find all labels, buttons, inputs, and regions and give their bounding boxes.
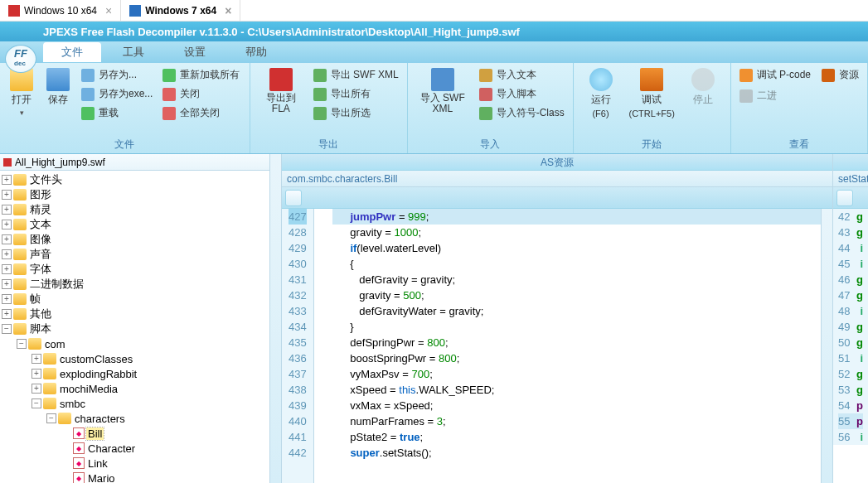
close-button[interactable]: 关闭 (159, 85, 243, 103)
pcode-tool-button[interactable] (836, 190, 853, 206)
ribbon-group-view: 查看 (736, 136, 862, 152)
export-swfxml-button[interactable]: 导出 SWF XML (310, 66, 402, 84)
import-text-button[interactable]: 导入文本 (476, 66, 568, 84)
close-icon[interactable]: × (105, 4, 112, 17)
vm-icon (8, 5, 20, 17)
vm-tabs: Windows 10 x64×Windows 7 x64× (0, 0, 868, 22)
tree-item[interactable]: +explodingRabbit (0, 366, 281, 381)
saveas-button[interactable]: 另存为... (78, 66, 156, 84)
code-toolbar (282, 187, 832, 209)
class-path-label: com.smbc.characters.Bill (282, 171, 832, 187)
folder-icon (13, 263, 27, 275)
debug-button[interactable]: 调试(CTRL+F5) (626, 66, 678, 136)
debug-pcode-button[interactable]: 调试 P-code 资源 (736, 66, 862, 84)
flash-icon (3, 158, 12, 167)
folder-icon (13, 323, 27, 335)
tree-item[interactable]: +帧 (0, 292, 281, 307)
export-fla-button[interactable]: 导出到FLA (255, 66, 307, 136)
tree-item[interactable]: +精灵 (0, 202, 281, 217)
export-sel-button[interactable]: 导出所选 (310, 104, 402, 122)
package-icon (43, 383, 56, 394)
tree-item[interactable]: +字体 (0, 262, 281, 277)
tree-item[interactable]: −脚本 (0, 321, 281, 336)
folder-icon (13, 174, 27, 186)
menu-tab[interactable]: 工具 (104, 42, 162, 62)
ribbon-group-start: 开始 (579, 136, 725, 152)
tree-item[interactable]: −smbc (0, 396, 281, 411)
code-scrollbar[interactable] (821, 209, 832, 483)
class-icon (73, 457, 85, 469)
vm-tab[interactable]: Windows 7 x64× (121, 0, 240, 21)
save-button[interactable]: 保存 (41, 66, 75, 136)
tree-root-label[interactable]: All_Hight_jump9.swf (15, 157, 105, 168)
package-icon (43, 368, 56, 379)
pcode-pane: setStats 42g43g44i45i46g47g48i49g50g51i5… (833, 154, 868, 483)
export-all-button[interactable]: 导出所有 (310, 85, 402, 103)
tree-item[interactable]: +其他 (0, 307, 281, 321)
method-name: setStats (833, 171, 868, 187)
tree-item[interactable]: +二进制数据 (0, 277, 281, 292)
as-resource-header: AS资源 (282, 154, 832, 171)
folder-icon (13, 249, 27, 260)
saveas-exe-button[interactable]: 另存为exe... (78, 85, 156, 103)
vm-tab[interactable]: Windows 10 x64× (0, 0, 121, 21)
import-symbol-button[interactable]: 导入符号-Class (476, 104, 568, 122)
tree-item[interactable]: +mochiMedia (0, 381, 281, 396)
import-swfxml-button[interactable]: 导入 SWF XML (413, 66, 473, 136)
package-icon (43, 398, 56, 409)
tree-item[interactable]: −com (0, 336, 281, 351)
class-icon (73, 472, 85, 483)
ribbon-group-export: 导出 (255, 136, 402, 152)
edit-button[interactable] (285, 190, 302, 206)
stop-button[interactable]: 停止 (686, 66, 720, 136)
close-icon[interactable]: × (225, 4, 231, 17)
run-button[interactable]: 运行(F6) (584, 66, 618, 136)
reloadall-button[interactable]: 重新加载所有 (159, 66, 243, 84)
menu-tab[interactable]: 帮助 (227, 42, 285, 62)
folder-icon (13, 308, 27, 320)
menu-tab[interactable]: 设置 (166, 42, 224, 62)
window-title: JPEXS Free Flash Decompiler v.11.3.0 - C… (5, 26, 520, 38)
folder-icon (13, 234, 27, 245)
tree-item[interactable]: −characters (0, 411, 281, 426)
content-area: All_Hight_jump9.swf +文件头+图形+精灵+文本+图像+声音+… (0, 154, 868, 483)
tree-pane: All_Hight_jump9.swf +文件头+图形+精灵+文本+图像+声音+… (0, 154, 282, 483)
open-button[interactable]: 打开▾ (5, 66, 38, 136)
tree-item[interactable]: +customClasses (0, 351, 281, 366)
import-script-button[interactable]: 导入脚本 (476, 85, 568, 103)
menu-tab[interactable]: 文件 (43, 42, 101, 62)
folder-icon (13, 189, 27, 200)
tree-item[interactable]: Link (0, 456, 281, 471)
tree-item[interactable]: Mario (0, 471, 281, 483)
pcode-gutter: 42g43g44i45i46g47g48i49g50g51i52g53g54p5… (833, 209, 868, 445)
tree-item[interactable]: +文本 (0, 217, 281, 232)
line-gutter: 4274284294304314324334344354364374384394… (282, 209, 314, 483)
closeall-button[interactable]: 全部关闭 (159, 104, 243, 122)
binary-button[interactable]: 二进 (736, 87, 862, 104)
tree-item[interactable]: +声音 (0, 247, 281, 262)
vm-icon (129, 5, 141, 17)
ribbon: 打开▾ 保存 另存为... 另存为exe... 重载 重新加载所有 关闭 全部关… (0, 63, 868, 154)
folder-icon (13, 204, 27, 215)
code-pane: AS资源 com.smbc.characters.Bill 4274284294… (282, 154, 833, 483)
package-icon (58, 413, 71, 424)
folder-icon (13, 278, 27, 290)
package-icon (43, 353, 56, 365)
title-bar: JPEXS Free Flash Decompiler v.11.3.0 - C… (0, 22, 868, 41)
folder-icon (13, 293, 27, 305)
package-icon (28, 338, 41, 350)
menu-bar: 文件工具设置帮助 (0, 41, 868, 63)
folder-icon (13, 219, 27, 230)
ribbon-group-import: 导入 (413, 136, 568, 152)
reload-button[interactable]: 重载 (78, 104, 156, 122)
class-icon (73, 427, 85, 439)
tree-item[interactable]: Bill (0, 426, 281, 441)
tree-item[interactable]: +图形 (0, 187, 281, 202)
tree-item[interactable]: +文件头 (0, 172, 281, 187)
tree-item[interactable]: +图像 (0, 232, 281, 247)
code-editor[interactable]: jumpPwr = 999; gravity = 1000; if(level.… (314, 209, 821, 483)
class-icon (73, 442, 85, 454)
tree-scrollbar[interactable] (269, 154, 281, 483)
app-logo: FFdec (5, 45, 36, 73)
tree-item[interactable]: Character (0, 441, 281, 456)
